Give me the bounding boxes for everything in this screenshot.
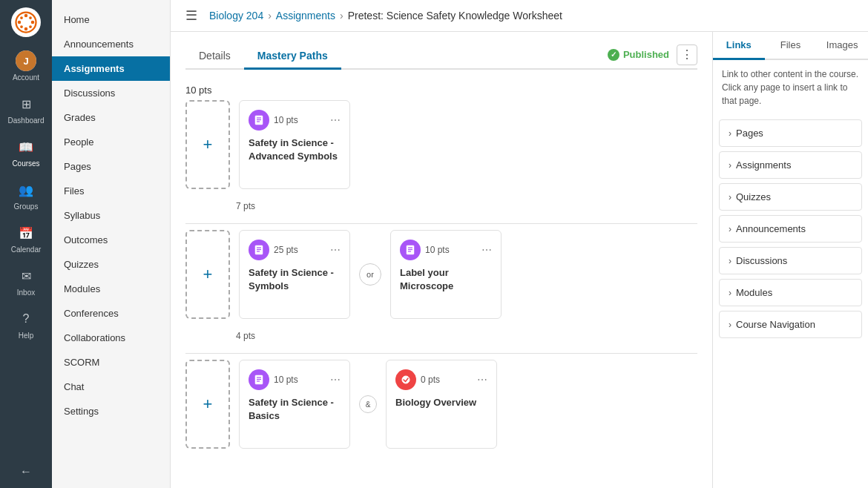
row-2-bottom-pts: 4 pts [236, 328, 255, 344]
right-panel-section-header-pages[interactable]: › Pages [720, 120, 861, 146]
card-3-icon [400, 240, 421, 260]
row-1-bottom: 7 pts [185, 198, 697, 214]
right-panel-section-header-quizzes[interactable]: › Quizzes [720, 184, 861, 210]
card-1-title: Safety in Science - Advanced Symbols [249, 136, 341, 163]
nav-item-inbox[interactable]: ✉ Inbox [0, 260, 52, 303]
right-tab-files[interactable]: Files [765, 32, 817, 60]
chevron-quizzes: › [729, 192, 731, 202]
breadcrumb-course[interactable]: Biology 204 [209, 10, 263, 22]
assignment-card-4: 10 pts ⋯ Safety in Science - Basics [239, 360, 350, 449]
tab-mastery-paths[interactable]: Mastery Paths [244, 44, 341, 70]
course-nav-scorm[interactable]: SCORM [52, 350, 170, 375]
nav-item-account[interactable]: J Account [0, 44, 52, 88]
global-nav: J Account ⊞ Dashboard 📖 Courses 👥 Groups… [0, 0, 52, 488]
card-4-header: 10 pts ⋯ [249, 369, 341, 390]
course-nav-pages[interactable]: Pages [52, 154, 170, 179]
menu-icon[interactable]: ☰ [185, 7, 197, 24]
canvas-logo[interactable] [11, 7, 41, 37]
course-nav-quizzes[interactable]: Quizzes [52, 252, 170, 277]
card-2-more[interactable]: ⋯ [330, 244, 341, 256]
right-panel-section-course-navigation[interactable]: › Course Navigation [719, 311, 862, 338]
right-panel-section-header-course-navigation[interactable]: › Course Navigation [720, 311, 861, 337]
mastery-row-1-cards: + 10 pts ⋯ Safet [185, 100, 697, 189]
course-nav-people[interactable]: People [52, 130, 170, 154]
course-nav-syllabus[interactable]: Syllabus [52, 203, 170, 228]
right-panel-section-header-announcements[interactable]: › Announcements [720, 216, 861, 242]
nav-item-collapse[interactable]: ← [13, 455, 39, 488]
course-nav-modules[interactable]: Modules [52, 277, 170, 301]
course-nav-announcements[interactable]: Announcements [52, 32, 170, 56]
courses-icon: 📖 [16, 136, 36, 157]
course-nav-assignments[interactable]: Assignments [52, 56, 170, 81]
nav-item-courses[interactable]: 📖 Courses [0, 131, 52, 174]
mastery-row-3-cards: + 10 pts ⋯ Safet [185, 360, 697, 449]
card-3-icon-pts: 10 pts [400, 240, 450, 260]
card-2-title: Safety in Science - Symbols [249, 266, 341, 293]
chevron-announcements: › [729, 224, 731, 234]
right-panel-section-modules[interactable]: › Modules [719, 279, 862, 306]
assignment-editor: Details Mastery Paths ✓ Published ⋮ 10 p… [171, 32, 712, 488]
card-1-pts: 10 pts [274, 115, 298, 125]
card-3-more[interactable]: ⋯ [481, 244, 492, 256]
svg-point-6 [29, 25, 32, 28]
calendar-icon: 📅 [16, 222, 36, 243]
card-4-icon-pts: 10 pts [249, 369, 298, 390]
more-options-button[interactable]: ⋮ [677, 44, 697, 65]
course-nav-files[interactable]: Files [52, 179, 170, 203]
course-nav-conferences[interactable]: Conferences [52, 301, 170, 326]
course-nav-grades[interactable]: Grades [52, 105, 170, 130]
nav-bottom: ← [13, 455, 39, 488]
separator-2 [185, 353, 697, 354]
right-panel-section-discussions[interactable]: › Discussions [719, 247, 862, 274]
or-connector: or [359, 263, 381, 286]
course-nav-chat[interactable]: Chat [52, 375, 170, 399]
card-1-more[interactable]: ⋯ [330, 114, 341, 126]
nav-item-help[interactable]: ? Help [0, 303, 52, 346]
nav-item-dashboard[interactable]: ⊞ Dashboard [0, 88, 52, 131]
assignment-card-1: 10 pts ⋯ Safety in Science - Advanced Sy… [239, 100, 350, 189]
avatar: J [16, 50, 36, 71]
add-card-button-2[interactable]: + [185, 230, 230, 319]
tabs-right: ✓ Published ⋮ [608, 44, 697, 68]
mastery-row-2: + 25 pts ⋯ Safet [185, 230, 697, 360]
course-nav-home[interactable]: Home [52, 7, 170, 32]
course-nav-discussions[interactable]: Discussions [52, 81, 170, 105]
right-panel-section-header-discussions[interactable]: › Discussions [720, 248, 861, 274]
right-panel-section-announcements[interactable]: › Announcements [719, 215, 862, 243]
course-nav-outcomes[interactable]: Outcomes [52, 228, 170, 252]
breadcrumb-section[interactable]: Assignments [276, 10, 335, 22]
card-4-title: Safety in Science - Basics [249, 396, 341, 423]
section-label-announcements: Announcements [736, 223, 806, 234]
nav-label-inbox: Inbox [17, 288, 35, 297]
course-nav-settings[interactable]: Settings [52, 399, 170, 423]
card-4-more[interactable]: ⋯ [330, 374, 341, 386]
nav-item-calendar[interactable]: 📅 Calendar [0, 217, 52, 260]
assignment-card-3: 10 pts ⋯ Label your Microscope [390, 230, 502, 319]
card-5-more[interactable]: ⋯ [477, 374, 487, 386]
right-tab-links[interactable]: Links [713, 32, 765, 60]
right-panel-section-pages[interactable]: › Pages [719, 119, 862, 147]
add-card-button-3[interactable]: + [185, 360, 230, 449]
nav-item-groups[interactable]: 👥 Groups [0, 174, 52, 217]
main-content: ☰ Biology 204 › Assignments › Pretest: S… [171, 0, 868, 488]
right-panel-section-assignments[interactable]: › Assignments [719, 151, 862, 179]
card-4-icon [249, 369, 269, 390]
card-2-icon [249, 240, 269, 260]
right-tab-images[interactable]: Images [816, 32, 868, 60]
right-panel-section-header-assignments[interactable]: › Assignments [720, 152, 861, 178]
account-avatar: J [16, 50, 36, 71]
section-label-pages: Pages [736, 128, 763, 139]
section-label-assignments: Assignments [736, 159, 791, 171]
mastery-row-3: + 10 pts ⋯ Safet [185, 360, 697, 458]
svg-point-4 [31, 21, 35, 24]
nav-label-calendar: Calendar [11, 245, 42, 254]
add-card-button-1[interactable]: + [185, 100, 230, 189]
published-dot: ✓ [608, 49, 619, 61]
row-2-bottom: 4 pts [185, 328, 697, 344]
tab-details[interactable]: Details [185, 44, 244, 70]
svg-point-7 [29, 16, 32, 19]
right-panel-section-quizzes[interactable]: › Quizzes [719, 183, 862, 211]
content-area: Details Mastery Paths ✓ Published ⋮ 10 p… [171, 32, 868, 488]
course-nav-collaborations[interactable]: Collaborations [52, 326, 170, 350]
right-panel-section-header-modules[interactable]: › Modules [720, 280, 861, 306]
